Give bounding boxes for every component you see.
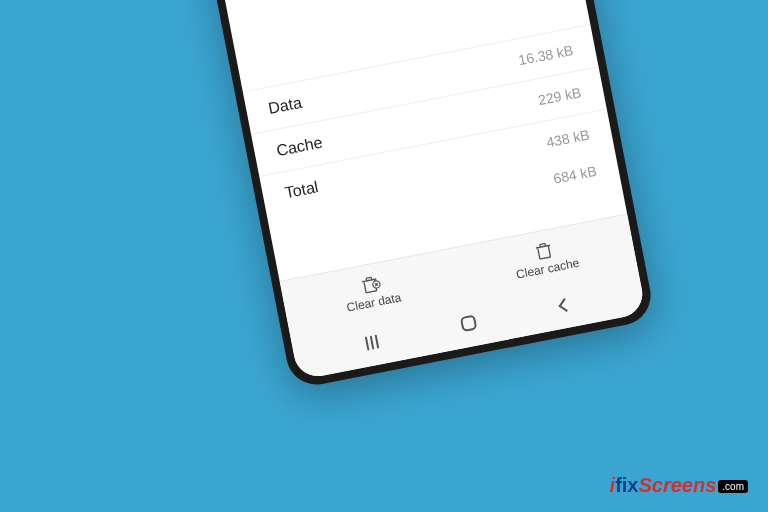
action-label: Clear data [345, 290, 402, 314]
back-button[interactable] [559, 298, 573, 312]
row-value: 16.38 kB [517, 42, 574, 68]
row-label: Total [283, 178, 320, 202]
recents-button[interactable] [365, 334, 379, 350]
row-value: 438 kB [545, 126, 591, 150]
row-label: Cache [275, 134, 324, 160]
trash-icon [358, 273, 383, 295]
home-button[interactable] [460, 314, 478, 332]
watermark-logo: ifixScreens.com [610, 474, 748, 497]
trash-icon [532, 239, 557, 261]
action-label: Clear cache [515, 256, 581, 282]
row-label: Data [267, 94, 304, 118]
row-value: 229 kB [537, 84, 583, 108]
phone-screen: Data 16.38 kB Cache 229 kB Total 438 kB … [184, 0, 647, 380]
phone-frame: Data 16.38 kB Cache 229 kB Total 438 kB … [174, 0, 656, 390]
